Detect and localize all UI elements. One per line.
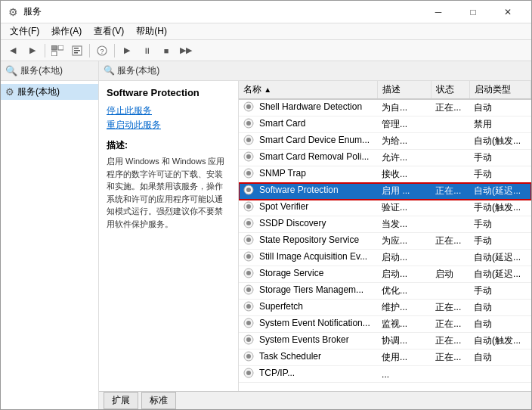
service-startup-cell: 手动 [469,150,530,166]
menu-view[interactable]: 查看(V) [88,23,130,39]
description-text: 启用 Windows 和 Windows 应用程序的数字许可证的下载、安装和实施… [107,155,230,230]
svg-rect-5 [74,50,80,51]
table-row[interactable]: Task Scheduler使用...正在...自动 [239,349,531,366]
pause-button[interactable]: ⏸ [138,42,156,59]
properties-button[interactable] [68,42,86,59]
right-panel-header: 🔍 服务(本地) [99,61,531,81]
service-status-cell [431,283,469,300]
svg-point-36 [246,321,251,325]
left-panel-icon: 🔍 [5,65,17,76]
service-name-cell: Shell Hardware Detection [243,101,362,112]
service-startup-cell [469,366,530,383]
col-header-name[interactable]: 名称 ▲ [239,81,377,99]
title-bar: ⚙ 服务 ─ □ ✕ [1,1,531,23]
service-display-name: Software Protection [107,87,230,98]
left-panel: 🔍 服务(本地) ⚙ 服务(本地) [1,61,99,409]
table-row[interactable]: System Events Broker协调...正在...自动(触发... [239,333,531,349]
table-row[interactable]: Smart Card Removal Poli...允许...手动 [239,150,531,166]
service-startup-cell: 禁用 [469,116,530,133]
service-startup-cell: 自动(触发... [469,133,530,150]
table-row[interactable]: State Repository Service为应...正在...手动 [239,233,531,250]
restart-service-link[interactable]: 重启动此服务 [107,119,230,132]
tab-expand[interactable]: 扩展 [104,392,138,409]
maximize-button[interactable]: □ [456,1,490,23]
svg-point-28 [246,254,251,259]
col-header-desc[interactable]: 描述 [377,81,431,99]
table-row[interactable]: Superfetch维护...正在...自动 [239,300,531,316]
svg-point-20 [246,188,251,192]
service-startup-cell: 手动 [469,283,530,300]
table-row[interactable]: Shell Hardware Detection为自...正在...自动 [239,99,531,116]
right-panel: 🔍 服务(本地) Software Protection 停止此服务 重启动此服… [99,61,531,409]
service-status-cell: 正在... [431,316,469,333]
service-desc-cell: 优化... [377,283,431,300]
stop-service-link[interactable]: 停止此服务 [107,104,230,117]
left-panel-header: 🔍 服务(本地) [1,61,98,81]
service-status-cell: 正在... [431,349,469,366]
service-status-cell [431,216,469,233]
table-row[interactable]: Smart Card Device Enum...为给...自动(触发... [239,133,531,150]
service-status-cell [431,250,469,266]
service-startup-cell: 自动(延迟... [469,266,530,283]
tree-item-local[interactable]: ⚙ 服务(本地) [1,84,98,100]
service-name-cell: Storage Tiers Managem... [243,284,363,295]
menu-bar: 文件(F) 操作(A) 查看(V) 帮助(H) [1,23,531,40]
show-hide-button[interactable] [48,42,66,59]
menu-help[interactable]: 帮助(H) [130,23,173,39]
window-title: 服务 [23,5,421,18]
left-panel-title: 服务(本地) [20,64,63,77]
col-header-startup[interactable]: 启动类型 [469,81,530,99]
service-startup-cell: 自动 [469,349,530,366]
bottom-tabs: 扩展 标准 [99,391,531,409]
service-desc-cell: 启动... [377,250,431,266]
help-button[interactable]: ? [93,42,111,59]
svg-point-12 [246,121,251,126]
table-row[interactable]: System Event Notification...监视...正在...自动 [239,316,531,333]
table-row[interactable]: TCP/IP...... [239,366,531,383]
service-desc-cell: 启用 ... [377,183,431,200]
service-name-cell: State Repository Service [243,235,359,245]
service-status-cell [431,133,469,150]
svg-point-32 [246,287,251,292]
stop-button[interactable]: ■ [157,42,175,59]
description-label: 描述: [107,139,230,152]
service-startup-cell: 自动 [469,99,530,116]
table-row[interactable]: Storage Service启动...启动自动(延迟... [239,266,531,283]
table-row[interactable]: Software Protection启用 ...正在...自动(延迟... [239,183,531,200]
svg-point-34 [246,304,251,309]
service-status-cell [431,366,469,383]
play-button[interactable]: ▶ [118,42,136,59]
service-name-cell: Storage Service [243,268,323,278]
toolbar-sep-2 [89,44,90,57]
left-panel-tree: ⚙ 服务(本地) [1,81,98,409]
menu-action[interactable]: 操作(A) [45,23,88,39]
table-row[interactable]: Still Image Acquisition Ev...启动...自动(延迟.… [239,250,531,266]
forward-button[interactable]: ▶ [23,42,42,59]
svg-point-18 [246,171,251,175]
service-status-cell [431,150,469,166]
service-desc-cell: 允许... [377,150,431,166]
menu-file[interactable]: 文件(F) [4,23,45,39]
table-row[interactable]: SNMP Trap接收...手动 [239,166,531,183]
col-header-status[interactable]: 状态 [431,81,469,99]
service-status-cell: 启动 [431,266,469,283]
service-name-cell: SSDP Discovery [243,218,326,228]
back-button[interactable]: ◀ [4,42,22,59]
svg-text:?: ? [100,48,104,55]
service-status-cell: 正在... [431,99,469,116]
service-name-cell: Still Image Acquisition Ev... [243,251,367,262]
service-name-cell: Spot Verifier [243,201,308,212]
service-status-cell: 正在... [431,183,469,200]
service-startup-cell: 手动 [469,166,530,183]
minimize-button[interactable]: ─ [421,1,456,23]
services-table: 名称 ▲ 描述 状态 启动类型 Shell Hardware Detection… [239,81,531,383]
table-row[interactable]: Storage Tiers Managem...优化...手动 [239,283,531,300]
close-button[interactable]: ✕ [490,1,525,23]
table-row[interactable]: Spot Verifier验证...手动(触发... [239,200,531,216]
table-row[interactable]: SSDP Discovery当发...手动 [239,216,531,233]
svg-point-24 [246,221,251,225]
table-row[interactable]: Smart Card管理...禁用 [239,116,531,133]
restart-button[interactable]: ▶▶ [177,42,195,59]
tab-standard[interactable]: 标准 [141,392,176,409]
main-content: 🔍 服务(本地) ⚙ 服务(本地) 🔍 服务(本地) Software Prot… [1,61,531,409]
